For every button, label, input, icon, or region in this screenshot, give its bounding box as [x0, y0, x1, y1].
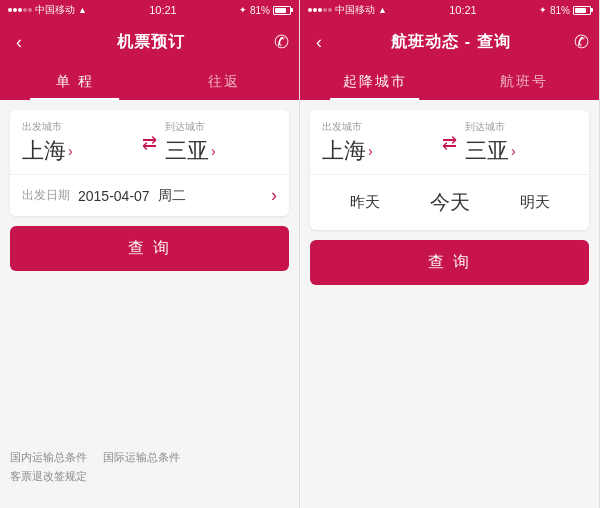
dot4 — [23, 8, 27, 12]
carrier-label-1: 中国移动 — [35, 3, 75, 17]
to-label-1: 到达城市 — [165, 120, 277, 134]
battery-percent-2: 81% — [550, 5, 570, 16]
day-yesterday[interactable]: 昨天 — [322, 193, 407, 212]
nav-bar-1: ‹ 机票预订 ✆ — [0, 20, 299, 64]
tab-departure-city[interactable]: 起降城市 — [300, 64, 450, 100]
back-button-1[interactable]: ‹ — [10, 28, 28, 57]
from-city-block-2: 出发城市 上海 › — [322, 120, 434, 166]
query-button-2[interactable]: 查 询 — [310, 240, 589, 285]
status-right-1: ✦ 81% — [239, 5, 291, 16]
footer-link-refund[interactable]: 客票退改签规定 — [10, 469, 87, 484]
content-2: 出发城市 上海 › ⇄ 到达城市 三亚 › 昨天 — [300, 100, 599, 508]
from-city-text-2: 上海 — [322, 136, 366, 166]
tab-bar-1: 单 程 往返 — [0, 64, 299, 100]
query-button-1[interactable]: 查 询 — [10, 226, 289, 271]
to-city-arrow-1: › — [211, 143, 216, 159]
to-city-arrow-2: › — [511, 143, 516, 159]
screen-flight-booking: 中国移动 ▲ 10:21 ✦ 81% ‹ 机票预订 ✆ 单 程 往返 出发城市 — [0, 0, 300, 508]
screen-flight-status: 中国移动 ▲ 10:21 ✦ 81% ‹ 航班动态 - 查询 ✆ 起降城市 航班… — [300, 0, 600, 508]
status-left-2: 中国移动 ▲ — [308, 3, 387, 17]
footer-row-2: 客票退改签规定 — [10, 469, 289, 484]
battery-icon-2 — [573, 6, 591, 15]
status-bar-1: 中国移动 ▲ 10:21 ✦ 81% — [0, 0, 299, 20]
city-card-2: 出发城市 上海 › ⇄ 到达城市 三亚 › 昨天 — [310, 110, 589, 230]
signal-strength-icon: ▲ — [78, 5, 87, 15]
from-city-1[interactable]: 上海 › — [22, 136, 134, 166]
dot2 — [13, 8, 17, 12]
from-city-2[interactable]: 上海 › — [322, 136, 434, 166]
s-dot3 — [318, 8, 322, 12]
city-card-1: 出发城市 上海 › ⇄ 到达城市 三亚 › 出发日期 — [10, 110, 289, 216]
swap-button-1[interactable]: ⇄ — [134, 132, 165, 154]
battery-icon-1 — [273, 6, 291, 15]
from-label-2: 出发城市 — [322, 120, 434, 134]
signal-strength-icon-2: ▲ — [378, 5, 387, 15]
swap-button-2[interactable]: ⇄ — [434, 132, 465, 154]
status-bar-2: 中国移动 ▲ 10:21 ✦ 81% — [300, 0, 599, 20]
content-1: 出发城市 上海 › ⇄ 到达城市 三亚 › 出发日期 — [0, 100, 299, 508]
phone-button-2[interactable]: ✆ — [574, 31, 589, 53]
signal-icon-2 — [308, 8, 332, 12]
phone-button-1[interactable]: ✆ — [274, 31, 289, 53]
back-button-2[interactable]: ‹ — [310, 28, 328, 57]
to-city-1[interactable]: 三亚 › — [165, 136, 277, 166]
day-today[interactable]: 今天 — [407, 189, 492, 216]
tab-flight-number[interactable]: 航班号 — [450, 64, 600, 100]
tab-roundtrip[interactable]: 往返 — [150, 64, 300, 100]
s-dot1 — [308, 8, 312, 12]
s-dot4 — [323, 8, 327, 12]
footer-row-1: 国内运输总条件 国际运输总条件 — [10, 450, 289, 465]
day-tomorrow[interactable]: 明天 — [492, 193, 577, 212]
carrier-label-2: 中国移动 — [335, 3, 375, 17]
to-city-text-2: 三亚 — [465, 136, 509, 166]
battery-fill-1 — [275, 8, 286, 13]
status-left-1: 中国移动 ▲ — [8, 3, 87, 17]
to-city-text-1: 三亚 — [165, 136, 209, 166]
dot5 — [28, 8, 32, 12]
to-label-2: 到达城市 — [465, 120, 577, 134]
battery-fill-2 — [575, 8, 586, 13]
status-right-2: ✦ 81% — [539, 5, 591, 16]
footer-link-international[interactable]: 国际运输总条件 — [103, 450, 180, 465]
to-city-block-1: 到达城市 三亚 › — [165, 120, 277, 166]
to-city-block-2: 到达城市 三亚 › — [465, 120, 577, 166]
wifi-icon: ✦ — [239, 5, 247, 15]
city-row-1: 出发城市 上海 › ⇄ 到达城市 三亚 › — [10, 110, 289, 175]
from-city-arrow-1: › — [68, 143, 73, 159]
footer-links-1: 国内运输总条件 国际运输总条件 客票退改签规定 — [10, 450, 289, 488]
from-label-1: 出发城市 — [22, 120, 134, 134]
date-label-1: 出发日期 — [22, 187, 70, 204]
nav-title-1: 机票预订 — [117, 32, 185, 53]
date-value-1: 2015-04-07 — [78, 188, 150, 204]
city-row-2: 出发城市 上海 › ⇄ 到达城市 三亚 › — [310, 110, 589, 175]
battery-percent-1: 81% — [250, 5, 270, 16]
tab-oneway[interactable]: 单 程 — [0, 64, 150, 100]
nav-bar-2: ‹ 航班动态 - 查询 ✆ — [300, 20, 599, 64]
to-city-2[interactable]: 三亚 › — [465, 136, 577, 166]
date-day-1: 周二 — [158, 187, 186, 205]
dot1 — [8, 8, 12, 12]
nav-title-2: 航班动态 - 查询 — [391, 32, 510, 53]
date-arrow-1: › — [271, 185, 277, 206]
dot3 — [18, 8, 22, 12]
from-city-arrow-2: › — [368, 143, 373, 159]
signal-icon — [8, 8, 32, 12]
status-time-1: 10:21 — [149, 4, 177, 16]
from-city-text-1: 上海 — [22, 136, 66, 166]
footer-link-domestic[interactable]: 国内运输总条件 — [10, 450, 87, 465]
status-time-2: 10:21 — [449, 4, 477, 16]
wifi-icon-2: ✦ — [539, 5, 547, 15]
s-dot5 — [328, 8, 332, 12]
tab-bar-2: 起降城市 航班号 — [300, 64, 599, 100]
s-dot2 — [313, 8, 317, 12]
from-city-block-1: 出发城市 上海 › — [22, 120, 134, 166]
date-row-1[interactable]: 出发日期 2015-04-07 周二 › — [10, 175, 289, 216]
day-selector: 昨天 今天 明天 — [310, 175, 589, 230]
